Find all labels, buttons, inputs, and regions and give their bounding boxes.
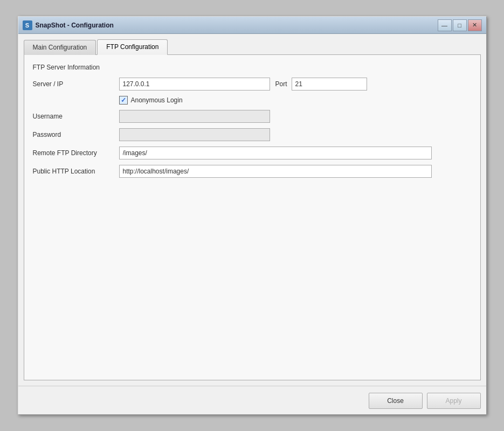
window-title: SnapShot - Configuration (36, 22, 438, 29)
anonymous-login-checkbox[interactable]: ✓ Anonymous Login (119, 96, 183, 105)
anonymous-login-row: ✓ Anonymous Login (119, 96, 472, 105)
password-row: Password (33, 128, 472, 141)
title-bar: S SnapShot - Configuration — □ ✕ (18, 17, 486, 34)
username-input[interactable] (119, 110, 270, 123)
password-input[interactable] (119, 128, 270, 141)
port-input[interactable] (292, 78, 367, 91)
close-button[interactable]: Close (369, 393, 423, 409)
remote-dir-row: Remote FTP Directory (33, 147, 472, 159)
minimize-button[interactable]: — (438, 19, 452, 31)
tab-main-configuration[interactable]: Main Configuration (24, 40, 96, 55)
server-label: Server / IP (33, 80, 119, 88)
checkbox-check-icon: ✓ (121, 96, 126, 104)
app-icon: S (23, 20, 32, 30)
bottom-bar: Close Apply (18, 386, 486, 414)
anonymous-login-label: Anonymous Login (131, 96, 183, 104)
public-http-input[interactable] (119, 165, 432, 178)
port-label: Port (275, 80, 287, 88)
public-http-label: Public HTTP Location (33, 168, 119, 175)
username-label: Username (33, 113, 119, 120)
window-controls: — □ ✕ (438, 19, 482, 31)
password-label: Password (33, 131, 119, 138)
public-http-row: Public HTTP Location (33, 165, 472, 178)
window-body: Main Configuration FTP Configuration FTP… (18, 34, 486, 386)
checkbox-box[interactable]: ✓ (119, 96, 128, 105)
remote-dir-label: Remote FTP Directory (33, 149, 119, 157)
tab-content-ftp: FTP Server Information Server / IP Port … (24, 54, 481, 380)
maximize-button[interactable]: □ (453, 19, 467, 31)
username-row: Username (33, 110, 472, 123)
apply-button[interactable]: Apply (427, 393, 481, 409)
server-row: Server / IP Port (33, 78, 472, 91)
server-input[interactable] (119, 78, 270, 91)
tab-ftp-configuration[interactable]: FTP Configuration (97, 39, 168, 55)
tab-bar: Main Configuration FTP Configuration (24, 39, 481, 55)
close-window-button[interactable]: ✕ (468, 19, 482, 31)
ftp-section-label: FTP Server Information (33, 64, 472, 71)
remote-dir-input[interactable] (119, 147, 432, 159)
main-window: S SnapShot - Configuration — □ ✕ Main Co… (18, 16, 487, 415)
